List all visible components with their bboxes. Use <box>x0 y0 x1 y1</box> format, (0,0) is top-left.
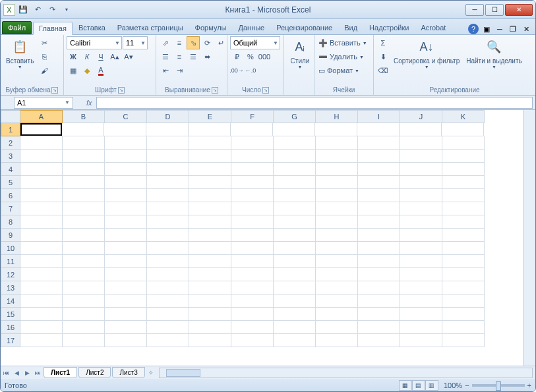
align-right-icon[interactable]: ☰ <box>187 50 200 63</box>
cell-J17[interactable] <box>400 334 442 347</box>
cell-C6[interactable] <box>105 189 147 202</box>
cell-B11[interactable] <box>63 255 105 268</box>
doc-minimize-icon[interactable]: ─ <box>494 24 505 34</box>
autosum-icon[interactable]: Σ <box>376 36 390 49</box>
cell-E6[interactable] <box>189 189 231 202</box>
cell-E9[interactable] <box>189 229 231 242</box>
row-header-8[interactable]: 8 <box>1 215 20 229</box>
cell-J6[interactable] <box>400 189 442 202</box>
currency-icon[interactable]: ₽ <box>230 50 243 63</box>
zoom-level[interactable]: 100% <box>444 381 462 389</box>
cell-G5[interactable] <box>274 176 316 189</box>
cell-I1[interactable] <box>357 123 400 136</box>
cell-F15[interactable] <box>231 308 274 321</box>
column-header-E[interactable]: E <box>189 110 231 123</box>
cell-A8[interactable] <box>20 215 63 229</box>
cell-A3[interactable] <box>20 150 63 163</box>
cell-A13[interactable] <box>20 281 63 294</box>
cell-D12[interactable] <box>147 268 189 281</box>
column-header-F[interactable]: F <box>231 110 274 123</box>
cell-B13[interactable] <box>63 281 105 294</box>
cell-C2[interactable] <box>105 136 147 150</box>
cell-C17[interactable] <box>105 334 147 347</box>
cell-K10[interactable] <box>442 242 485 255</box>
cell-F3[interactable] <box>231 150 274 163</box>
cell-B6[interactable] <box>63 189 105 202</box>
cell-A2[interactable] <box>20 136 63 150</box>
cell-K16[interactable] <box>442 321 485 334</box>
cell-F16[interactable] <box>231 321 274 334</box>
cell-E17[interactable] <box>189 334 231 347</box>
cell-J3[interactable] <box>400 150 442 163</box>
cell-K11[interactable] <box>442 255 485 268</box>
excel-icon[interactable]: X <box>3 4 15 16</box>
cell-E5[interactable] <box>189 176 231 189</box>
cell-D11[interactable] <box>147 255 189 268</box>
cell-E14[interactable] <box>189 294 231 308</box>
cell-I14[interactable] <box>358 294 400 308</box>
bold-button[interactable]: Ж <box>67 50 80 63</box>
cell-E15[interactable] <box>189 308 231 321</box>
cell-G15[interactable] <box>274 308 316 321</box>
cell-C7[interactable] <box>105 202 147 215</box>
cell-H13[interactable] <box>316 281 358 294</box>
zoom-in-icon[interactable]: + <box>527 381 531 389</box>
sheet-tab-2[interactable]: Лист2 <box>78 367 111 378</box>
cell-H14[interactable] <box>316 294 358 308</box>
cell-A15[interactable] <box>20 308 63 321</box>
underline-button[interactable]: Ч <box>94 50 107 63</box>
new-sheet-icon[interactable]: ✧ <box>146 368 156 378</box>
row-header-12[interactable]: 12 <box>1 268 20 281</box>
horizontal-scrollbar[interactable] <box>159 368 533 378</box>
cell-F10[interactable] <box>231 242 274 255</box>
column-header-D[interactable]: D <box>147 110 189 123</box>
cell-G4[interactable] <box>274 163 316 176</box>
cell-C13[interactable] <box>105 281 147 294</box>
cell-J16[interactable] <box>400 321 442 334</box>
cell-A11[interactable] <box>20 255 63 268</box>
tab-review[interactable]: Рецензирование <box>270 21 338 34</box>
wrap-text-icon[interactable]: ↵ <box>214 36 227 49</box>
cell-G10[interactable] <box>274 242 316 255</box>
cell-B14[interactable] <box>63 294 105 308</box>
row-header-6[interactable]: 6 <box>1 189 20 202</box>
cell-K15[interactable] <box>442 308 485 321</box>
cell-D16[interactable] <box>147 321 189 334</box>
cell-C16[interactable] <box>105 321 147 334</box>
cell-J1[interactable] <box>400 123 442 136</box>
cell-G16[interactable] <box>274 321 316 334</box>
cell-G11[interactable] <box>274 255 316 268</box>
decrease-decimal-icon[interactable]: ←.0 <box>244 64 257 77</box>
cell-J12[interactable] <box>400 268 442 281</box>
column-header-I[interactable]: I <box>358 110 400 123</box>
cell-B15[interactable] <box>63 308 105 321</box>
cell-D1[interactable] <box>146 123 189 136</box>
column-header-B[interactable]: B <box>63 110 105 123</box>
sheet-tab-1[interactable]: Лист1 <box>44 367 77 378</box>
cell-J14[interactable] <box>400 294 442 308</box>
cell-E13[interactable] <box>189 281 231 294</box>
insert-cells-button[interactable]: ➕Вставить▼ <box>317 36 371 49</box>
cell-J7[interactable] <box>400 202 442 215</box>
cell-H16[interactable] <box>316 321 358 334</box>
cell-E7[interactable] <box>189 202 231 215</box>
row-header-13[interactable]: 13 <box>1 281 20 294</box>
cell-B16[interactable] <box>63 321 105 334</box>
alignment-dialog-launcher[interactable]: ↘ <box>212 87 218 94</box>
column-header-J[interactable]: J <box>400 110 442 123</box>
view-page-layout-icon[interactable]: ▤ <box>412 380 425 391</box>
sheet-tab-3[interactable]: Лист3 <box>112 367 144 378</box>
tab-data[interactable]: Данные <box>232 21 270 34</box>
cell-I9[interactable] <box>358 229 400 242</box>
cell-I17[interactable] <box>358 334 400 347</box>
clipboard-dialog-launcher[interactable]: ↘ <box>51 87 58 94</box>
cell-F12[interactable] <box>231 268 274 281</box>
cell-B3[interactable] <box>63 150 105 163</box>
cell-K5[interactable] <box>442 176 485 189</box>
cell-I12[interactable] <box>358 268 400 281</box>
cell-G9[interactable] <box>274 229 316 242</box>
cell-D3[interactable] <box>147 150 189 163</box>
borders-icon[interactable]: ▦ <box>67 64 80 77</box>
number-format-combo[interactable]: Общий▼ <box>230 36 280 49</box>
cell-F2[interactable] <box>231 136 274 150</box>
